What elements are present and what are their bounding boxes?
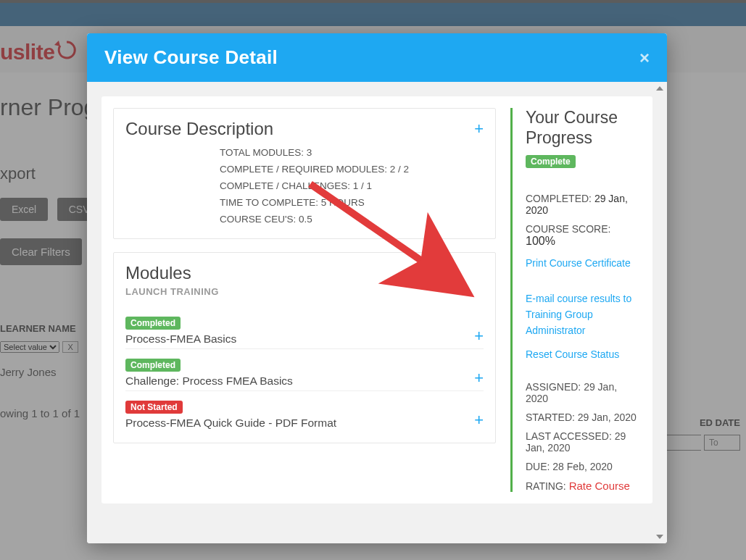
completed-date: COMPLETED: 29 Jan, 2020 [526, 193, 641, 216]
modules-panel: Modules LAUNCH TRAINING CompletedProcess… [113, 252, 496, 443]
expand-module-icon[interactable]: + [474, 411, 484, 430]
stat-complete-required: COMPLETE / REQUIRED MODULES: 2 / 2 [220, 162, 484, 178]
stat-time-to-complete: TIME TO COMPLETE: 5 HOURS [220, 195, 484, 212]
assigned-date: ASSIGNED: 29 Jan, 2020 [526, 381, 641, 404]
modal-header: View Course Detail × [87, 33, 667, 82]
stat-total-modules: TOTAL MODULES: 3 [220, 145, 484, 162]
module-name: Challenge: Process FMEA Basics [125, 375, 293, 388]
module-row: CompletedChallenge: Process FMEA Basics+ [125, 348, 484, 390]
course-description-stats: TOTAL MODULES: 3 COMPLETE / REQUIRED MOD… [125, 145, 484, 228]
modal-body: Course Description + TOTAL MODULES: 3 CO… [87, 82, 667, 543]
rate-course-link[interactable]: Rate Course [569, 480, 630, 492]
rating-row: RATING: Rate Course [526, 480, 641, 492]
module-list: CompletedProcess-FMEA Basics+CompletedCh… [125, 307, 484, 432]
started-date: STARTED: 29 Jan, 2020 [526, 411, 641, 423]
modules-heading: Modules [125, 263, 484, 283]
email-results-link[interactable]: E-mail course results to Training Group … [526, 291, 641, 339]
close-icon[interactable]: × [639, 48, 650, 68]
modal-title: View Course Detail [104, 46, 278, 69]
expand-module-icon[interactable]: + [474, 369, 484, 388]
modal-inner: Course Description + TOTAL MODULES: 3 CO… [101, 96, 652, 503]
expand-module-icon[interactable]: + [474, 327, 484, 346]
print-certificate-link[interactable]: Print Course Certificate [526, 255, 641, 271]
last-accessed-date: LAST ACCESSED: 29 Jan, 2020 [526, 430, 641, 454]
module-status-badge: Completed [125, 359, 181, 372]
course-description-heading: Course Description [125, 119, 273, 139]
modules-subheading: LAUNCH TRAINING [125, 286, 484, 297]
progress-panel: Your Course Progress Complete COMPLETED:… [510, 108, 641, 492]
course-description-panel: Course Description + TOTAL MODULES: 3 CO… [113, 108, 496, 239]
module-row: CompletedProcess-FMEA Basics+ [125, 307, 484, 348]
module-name: Process-FMEA Basics [125, 333, 236, 346]
course-detail-modal: View Course Detail × Course Description … [87, 33, 667, 543]
reset-status-link[interactable]: Reset Course Status [526, 346, 641, 362]
module-status-badge: Not Started [125, 401, 183, 414]
expand-description-icon[interactable]: + [474, 120, 484, 138]
stat-complete-challenges: COMPLETE / CHALLENGES: 1 / 1 [220, 178, 484, 195]
module-row: Not StartedProcess-FMEA Quick Guide - PD… [125, 390, 484, 432]
left-column: Course Description + TOTAL MODULES: 3 CO… [113, 108, 496, 443]
course-score: COURSE SCORE: 100% [526, 223, 641, 248]
scrollbar[interactable] [654, 86, 664, 539]
progress-status-badge: Complete [526, 155, 576, 168]
due-date: DUE: 28 Feb, 2020 [526, 461, 641, 472]
stat-ceus: COURSE CEU'S: 0.5 [220, 212, 484, 228]
module-name: Process-FMEA Quick Guide - PDF Format [125, 417, 336, 430]
module-status-badge: Completed [125, 317, 181, 330]
progress-heading: Your Course Progress [526, 108, 641, 148]
